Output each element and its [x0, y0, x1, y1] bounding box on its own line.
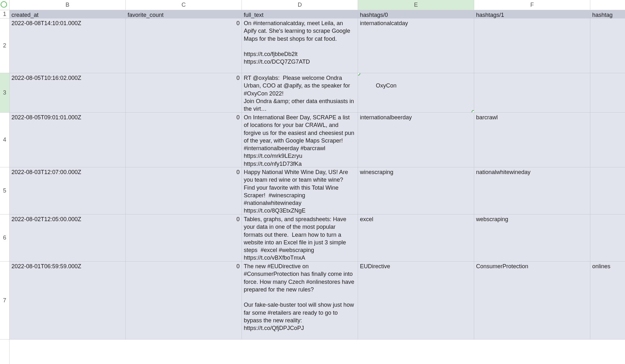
cell-hashtag2[interactable] [590, 18, 625, 73]
table-row: 2022-08-03T12:07:00.000Z 0 Happy Nationa… [10, 167, 625, 214]
cell-full-text[interactable]: On International Beer Day, SCRAPE a list… [242, 113, 358, 167]
row-header-2[interactable]: 2 [0, 18, 9, 73]
cell-favorite-count[interactable]: 0 [126, 113, 242, 167]
record-indicator-icon [1, 1, 7, 8]
active-cell-outline [358, 73, 474, 112]
column-header-C[interactable]: C [126, 0, 242, 10]
cell-favorite-count[interactable]: 0 [126, 167, 242, 214]
row-header-5[interactable]: 5 [0, 167, 9, 214]
column-header-B[interactable]: B [10, 0, 126, 10]
cell-full-text[interactable]: The new #EUDirective on #ConsumerProtect… [242, 262, 358, 339]
cell-hashtag0[interactable]: internationalcatday [358, 18, 474, 73]
row-header-column: 1 2 3 4 5 6 7 [0, 10, 10, 364]
header-hashtags-2[interactable]: hashtag [590, 10, 625, 18]
table-row: 2022-08-05T09:01:01.000Z 0 On Internatio… [10, 113, 625, 167]
cell-hashtag0[interactable]: winescraping [358, 167, 474, 214]
cell-hashtag2[interactable] [590, 113, 625, 167]
cell-created-at[interactable]: 2022-08-03T12:07:00.000Z [10, 167, 126, 214]
cell-favorite-count[interactable]: 0 [126, 73, 242, 112]
cell-hashtag2[interactable] [590, 73, 625, 112]
cell-created-at[interactable]: 2022-08-05T09:01:01.000Z [10, 113, 126, 167]
cell-hashtag1[interactable]: webscraping [474, 214, 590, 261]
header-created-at[interactable]: created_at [10, 10, 126, 18]
table-row: 2022-08-08T14:10:01.000Z 0 On #internati… [10, 18, 625, 73]
rows-area: 1 2 3 4 5 6 7 created_at favorite_count … [0, 10, 625, 364]
cell-full-text[interactable]: RT @oxylabs: Please welcome Ondra Urban,… [242, 73, 358, 112]
table-row: 2022-08-02T12:05:00.000Z 0 Tables, graph… [10, 214, 625, 262]
row-header-6[interactable]: 6 [0, 214, 9, 262]
cell-hashtag2[interactable] [590, 214, 625, 261]
column-header-row: B C D E F G [0, 0, 625, 10]
row-header-4[interactable]: 4 [0, 113, 9, 167]
column-header-E[interactable]: E [358, 0, 474, 10]
table-row: 2022-08-05T10:16:02.000Z 0 RT @oxylabs: … [10, 73, 625, 113]
cell-hashtag0[interactable]: internationalbeerday [358, 113, 474, 167]
cell-full-text[interactable]: Happy National White Wine Day, US! Are y… [242, 167, 358, 214]
cell-created-at[interactable]: 2022-08-02T12:05:00.000Z [10, 214, 126, 261]
cell-created-at[interactable]: 2022-08-05T10:16:02.000Z [10, 73, 126, 112]
header-hashtags-0[interactable]: hashtags/0 [358, 10, 474, 18]
spreadsheet-container: B C D E F G 1 2 3 4 5 6 7 created_at fav… [0, 0, 625, 364]
row-header-7[interactable]: 7 [0, 262, 9, 340]
cell-hashtag1[interactable]: barcrawl [474, 113, 590, 167]
cell-hashtag0[interactable]: EUDirective [358, 262, 474, 339]
cells-grid: created_at favorite_count full_text hash… [10, 10, 625, 364]
cell-hashtag0[interactable]: excel [358, 214, 474, 261]
cell-hashtag1[interactable]: ConsumerProtection [474, 262, 590, 339]
cell-created-at[interactable]: 2022-08-08T14:10:01.000Z [10, 18, 126, 73]
cell-favorite-count[interactable]: 0 [126, 18, 242, 73]
cell-favorite-count[interactable]: 0 [126, 214, 242, 261]
active-cell-value: OxyCon [376, 82, 397, 89]
select-all-corner[interactable] [0, 0, 10, 10]
column-header-D[interactable]: D [242, 0, 358, 10]
cell-full-text[interactable]: On #internationalcatday, meet Leila, an … [242, 18, 358, 73]
cell-favorite-count[interactable]: 0 [126, 262, 242, 339]
header-hashtags-1[interactable]: hashtags/1 [474, 10, 590, 18]
table-row: 2022-08-01T06:59:59.000Z 0 The new #EUDi… [10, 262, 625, 340]
column-header-G[interactable]: G [590, 0, 625, 10]
cell-hashtag2[interactable]: onlines [590, 262, 625, 339]
header-full-text[interactable]: full_text [242, 10, 358, 18]
cell-hashtag1[interactable]: nationalwhitewineday [474, 167, 590, 214]
cell-hashtag2[interactable] [590, 167, 625, 214]
cell-hashtag0-active[interactable]: OxyCon [358, 73, 474, 112]
cell-created-at[interactable]: 2022-08-01T06:59:59.000Z [10, 262, 126, 339]
row-header-1[interactable]: 1 [0, 10, 9, 18]
table-header-row: created_at favorite_count full_text hash… [10, 10, 625, 18]
cell-hashtag1[interactable] [474, 18, 590, 73]
row-header-3[interactable]: 3 [0, 73, 9, 113]
header-favorite-count[interactable]: favorite_count [126, 10, 242, 18]
column-header-F[interactable]: F [474, 0, 590, 10]
cell-hashtag1[interactable] [474, 73, 590, 112]
cell-full-text[interactable]: Tables, graphs, and spreadsheets: Have y… [242, 214, 358, 261]
